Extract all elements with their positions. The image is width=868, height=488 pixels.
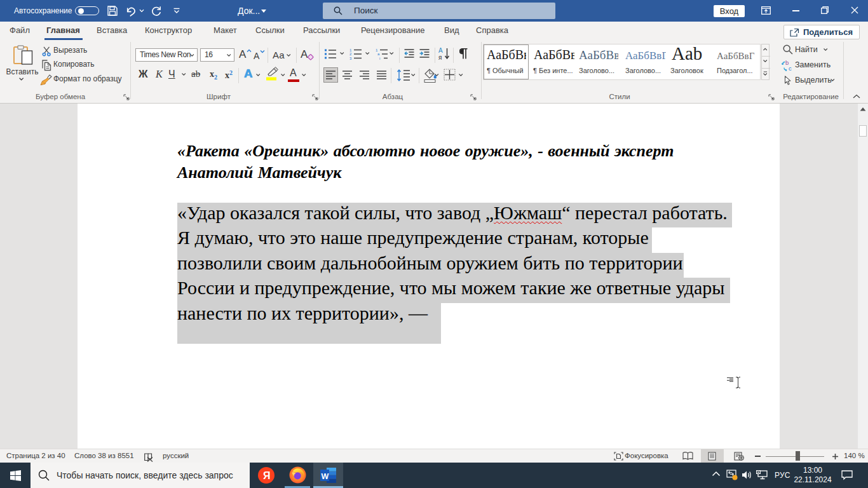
svg-text:a: a — [377, 52, 380, 56]
svg-text:3: 3 — [349, 57, 352, 60]
svg-text:W: W — [322, 472, 329, 481]
svg-text:А: А — [438, 47, 443, 54]
svg-text:1: 1 — [349, 48, 352, 52]
svg-text:c: c — [789, 65, 792, 72]
svg-text:2: 2 — [349, 52, 352, 56]
svg-text:я: я — [438, 54, 442, 61]
svg-text:Я: Я — [263, 470, 271, 481]
svg-text:1: 1 — [376, 48, 378, 52]
svg-text:i: i — [379, 57, 380, 60]
